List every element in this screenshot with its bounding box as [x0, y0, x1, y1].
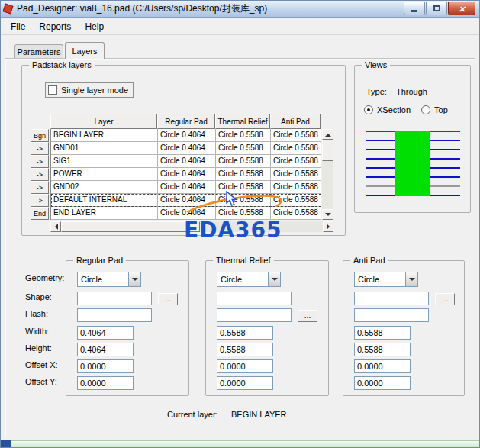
regular-height-input[interactable]: [77, 343, 134, 356]
cell-anti[interactable]: Circle 0.5588: [271, 168, 321, 181]
regular-geometry-value: Circle: [78, 275, 128, 284]
layer-table-header: Layer Regular Pad Thermal Relief Anti Pa…: [50, 114, 321, 129]
cell-anti[interactable]: Circle 0.5588: [271, 142, 321, 155]
layer-table-row[interactable]: DEFAULT INTERNALCircle 0.4064Circle 0.55…: [51, 194, 321, 207]
layer-nav-button[interactable]: End: [31, 207, 49, 220]
thermal-shape-input[interactable]: [217, 292, 292, 305]
cell-regular[interactable]: Circle 0.4064: [158, 129, 216, 142]
close-button[interactable]: [448, 2, 475, 15]
thermal-offset-y-input[interactable]: [217, 376, 273, 390]
cell-anti[interactable]: Circle 0.5588: [271, 155, 321, 168]
layer-table-row[interactable]: POWERCircle 0.4064Circle 0.5588Circle 0.…: [51, 168, 321, 181]
cell-anti[interactable]: Circle 0.5588: [271, 207, 321, 220]
regular-offset-y-input[interactable]: [77, 376, 134, 390]
chevron-down-icon[interactable]: [128, 272, 140, 286]
minimize-button[interactable]: [404, 2, 425, 15]
anti-offset-y-input[interactable]: [354, 376, 411, 390]
anti-geometry-select[interactable]: Circle: [354, 272, 418, 287]
tab-parameters[interactable]: Parameters: [14, 44, 63, 59]
regular-geometry-select[interactable]: Circle: [77, 272, 141, 287]
titlebar[interactable]: Pad_Designer: via8_16.pad (C:/Users/sp/D…: [1, 1, 479, 18]
cell-thermal[interactable]: Circle 0.5588: [216, 142, 271, 155]
regular-width-input[interactable]: [77, 326, 134, 340]
thermal-flash-browse-button[interactable]: ...: [298, 310, 317, 322]
v-scrollbar[interactable]: [322, 129, 333, 220]
cell-thermal[interactable]: Circle 0.5588: [216, 168, 271, 181]
tab-layers[interactable]: Layers: [65, 42, 105, 59]
layer-table-row[interactable]: END LAYERCircle 0.4064Circle 0.5588Circl…: [51, 207, 321, 220]
v-scrollbar-thumb[interactable]: [322, 140, 333, 161]
cell-layer[interactable]: END LAYER: [51, 207, 158, 220]
anti-width-input[interactable]: [354, 326, 411, 340]
cell-anti[interactable]: Circle 0.5588: [271, 129, 321, 142]
anti-pad-group-label: Anti Pad: [350, 256, 388, 265]
anti-flash-input[interactable]: [354, 308, 429, 322]
cell-thermal[interactable]: Circle 0.5588: [216, 194, 271, 207]
column-header-thermal-relief[interactable]: Thermal Relief: [215, 114, 270, 129]
regular-offset-x-input[interactable]: [77, 359, 134, 373]
thermal-width-input[interactable]: [217, 326, 273, 340]
cell-regular[interactable]: Circle 0.4064: [158, 181, 216, 194]
xsection-radio[interactable]: [364, 105, 373, 114]
cell-layer[interactable]: BEGIN LAYER: [51, 129, 158, 142]
cell-thermal[interactable]: Circle 0.5588: [216, 181, 271, 194]
cell-regular[interactable]: Circle 0.4064: [158, 155, 216, 168]
regular-shape-browse-button[interactable]: ...: [158, 293, 178, 305]
cell-regular[interactable]: Circle 0.4064: [158, 194, 216, 207]
maximize-button[interactable]: [426, 2, 447, 15]
cell-layer[interactable]: POWER: [51, 168, 158, 181]
anti-offset-x-input[interactable]: [354, 359, 411, 373]
regular-flash-input[interactable]: [77, 308, 152, 322]
cell-thermal[interactable]: Circle 0.5588: [216, 155, 271, 168]
cell-anti[interactable]: Circle 0.5588: [271, 181, 321, 194]
single-layer-mode-checkbox[interactable]: [48, 85, 57, 95]
anti-height-input[interactable]: [354, 343, 411, 356]
cell-layer[interactable]: DEFAULT INTERNAL: [51, 194, 158, 207]
scroll-right-button[interactable]: [323, 221, 333, 232]
column-header-regular-pad[interactable]: Regular Pad: [157, 114, 215, 129]
chevron-down-icon[interactable]: [268, 272, 280, 286]
layer-nav-button[interactable]: Bgn: [31, 129, 49, 142]
thermal-flash-input[interactable]: [217, 308, 292, 322]
column-header-anti-pad[interactable]: Anti Pad: [270, 114, 321, 129]
thermal-offset-x-input[interactable]: [217, 359, 273, 373]
cell-layer[interactable]: GND02: [51, 181, 158, 194]
anti-shape-browse-button[interactable]: ...: [435, 293, 455, 305]
menu-reports[interactable]: Reports: [32, 19, 78, 34]
cell-layer[interactable]: SIG1: [51, 155, 158, 168]
h-scrollbar-thumb[interactable]: [61, 221, 200, 232]
cell-thermal[interactable]: Circle 0.5588: [216, 207, 271, 220]
layer-nav-button[interactable]: ->: [31, 155, 49, 168]
menu-file[interactable]: File: [4, 19, 32, 34]
menu-help[interactable]: Help: [78, 19, 111, 34]
column-header-layer[interactable]: Layer: [50, 114, 157, 129]
scroll-left-button[interactable]: [50, 221, 61, 232]
anti-shape-input[interactable]: [354, 292, 429, 305]
thermal-height-input[interactable]: [217, 343, 273, 356]
single-layer-mode-option[interactable]: Single layer mode: [45, 82, 134, 98]
layer-table-row[interactable]: SIG1Circle 0.4064Circle 0.5588Circle 0.5…: [51, 155, 321, 168]
layer-nav-button[interactable]: ->: [31, 194, 49, 207]
regular-pad-group-label: Regular Pad: [73, 256, 126, 265]
layer-table-row[interactable]: BEGIN LAYERCircle 0.4064Circle 0.5588Cir…: [51, 129, 321, 142]
top-radio[interactable]: [421, 105, 430, 114]
layer-table-row[interactable]: GND01Circle 0.4064Circle 0.5588Circle 0.…: [51, 142, 321, 155]
layer-nav-button[interactable]: ->: [31, 142, 49, 155]
thermal-geometry-select[interactable]: Circle: [217, 272, 281, 287]
layer-table-row[interactable]: GND02Circle 0.4064Circle 0.5588Circle 0.…: [51, 181, 321, 194]
cell-thermal[interactable]: Circle 0.5588: [216, 129, 271, 142]
cell-regular[interactable]: Circle 0.4064: [158, 168, 216, 181]
regular-shape-input[interactable]: [77, 292, 152, 305]
cell-anti[interactable]: Circle 0.5588: [271, 194, 321, 207]
h-scrollbar[interactable]: [50, 221, 333, 232]
scroll-down-button[interactable]: [322, 209, 333, 220]
cell-regular[interactable]: Circle 0.4064: [158, 207, 216, 220]
cell-layer[interactable]: GND01: [51, 142, 158, 155]
layer-nav-button[interactable]: ->: [31, 181, 49, 194]
layer-nav-button[interactable]: ->: [31, 168, 49, 181]
anti-geometry-value: Circle: [355, 275, 405, 284]
cell-regular[interactable]: Circle 0.4064: [158, 142, 216, 155]
chevron-down-icon[interactable]: [405, 272, 417, 286]
field-label-offset-y: Offset Y:: [25, 377, 57, 386]
scroll-up-button[interactable]: [322, 129, 333, 140]
